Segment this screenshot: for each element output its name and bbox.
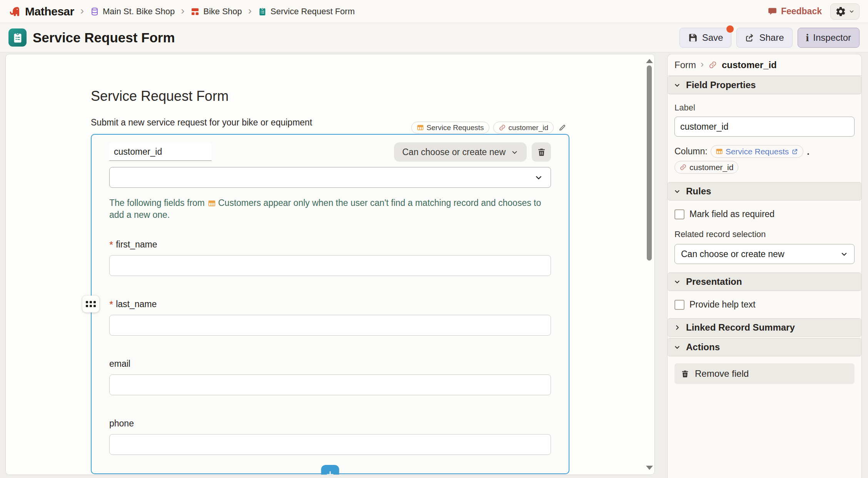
section-header-rules[interactable]: Rules <box>668 182 861 201</box>
section-header-presentation[interactable]: Presentation <box>668 272 861 291</box>
chevron-down-icon <box>849 8 855 14</box>
link-icon <box>708 60 717 69</box>
scrollbar-thumb[interactable] <box>647 65 652 261</box>
remove-field-label: Remove field <box>695 368 749 379</box>
unsaved-changes-badge <box>726 25 734 33</box>
chevron-down-icon <box>840 250 848 258</box>
form-icon <box>258 7 267 16</box>
chevron-down-icon <box>674 82 681 89</box>
field-drag-handle[interactable] <box>82 296 99 313</box>
inspector-toggle-button[interactable]: i Inspector <box>798 28 860 48</box>
breadcrumb-label: Bike Shop <box>203 7 242 17</box>
section-header-actions[interactable]: Actions <box>668 338 861 356</box>
form-preview-title: Service Request Form <box>91 88 569 104</box>
feedback-button[interactable]: Feedback <box>768 6 822 17</box>
table-tag-label: Service Requests <box>427 124 484 132</box>
column-tag-label: customer_id <box>509 124 549 132</box>
form-preview-column: Service Request Form Submit a new servic… <box>91 54 569 474</box>
required-asterisk: * <box>109 240 113 250</box>
column-caption: Column: <box>674 146 708 157</box>
field-label-property-input[interactable] <box>674 117 855 137</box>
inspector-label: Inspector <box>813 32 851 43</box>
external-link-icon <box>791 148 798 155</box>
header-actions: Save Share i Inspector <box>679 28 860 48</box>
label-caption: Label <box>674 103 855 113</box>
breadcrumb-separator: › <box>80 5 84 16</box>
breadcrumb-label: Service Request Form <box>270 7 355 17</box>
column-field-pill: customer_id <box>674 161 738 174</box>
inspector-panel: Form › customer_id Field Properties Labe… <box>667 54 862 478</box>
subfield-input[interactable] <box>109 255 551 276</box>
mode-dropdown-label: Can choose or create new <box>402 147 506 157</box>
inspector-breadcrumb-field: customer_id <box>722 60 777 70</box>
related-record-selection-dropdown[interactable]: Can choose or create new <box>674 244 855 264</box>
subfield-label: * first_name <box>109 239 551 250</box>
link-icon <box>679 164 687 171</box>
logo-wordmark: Mathesar <box>25 5 74 18</box>
form-tile-icon <box>8 28 27 47</box>
record-selection-mode-dropdown[interactable]: Can choose or create new <box>394 142 527 162</box>
field-properties-body: Label Column: Service Requests <box>668 94 861 182</box>
section-header-field-properties[interactable]: Field Properties <box>668 76 861 94</box>
column-tag: customer_id <box>493 122 554 134</box>
page-title: Service Request Form <box>33 30 175 45</box>
section-header-linked-record-summary[interactable]: Linked Record Summary <box>668 318 861 337</box>
remove-field-button[interactable]: Remove field <box>674 363 855 384</box>
record-picker-select[interactable] <box>109 167 551 188</box>
column-reference-row: Column: Service Requests <box>674 145 855 174</box>
table-tag: Service Requests <box>411 122 489 134</box>
add-field-button[interactable]: + <box>321 465 339 475</box>
conditional-fields-info: The following fields from Customers appe… <box>109 197 551 221</box>
breadcrumb-separator: › <box>248 5 252 16</box>
feedback-label: Feedback <box>781 6 822 17</box>
field-label-input[interactable] <box>109 143 212 161</box>
trash-icon <box>681 369 689 378</box>
mark-required-checkbox-row[interactable]: Mark field as required <box>674 209 855 219</box>
share-icon <box>745 33 755 43</box>
breadcrumb-form[interactable]: Service Request Form <box>258 7 355 17</box>
presentation-body: Provide help text <box>668 291 861 318</box>
inspector-breadcrumb: Form › customer_id <box>668 54 861 76</box>
settings-menu-button[interactable] <box>830 3 860 20</box>
speech-bubble-icon <box>768 7 777 16</box>
info-icon: i <box>806 32 809 43</box>
top-navigation-bar: Mathesar › Main St. Bike Shop › <box>0 0 868 23</box>
selected-field-block[interactable]: Service Requests customer_id <box>91 134 569 474</box>
save-label: Save <box>702 32 723 43</box>
page-header: Service Request Form Save <box>0 23 868 52</box>
subfield-group: * last_name <box>109 299 551 336</box>
chevron-right-icon <box>674 324 681 331</box>
subfield-group: * email <box>109 359 551 395</box>
related-record-selection-caption: Related record selection <box>674 229 855 239</box>
subfield-input[interactable] <box>109 434 551 455</box>
form-builder-canvas: Service Request Form Submit a new servic… <box>5 54 655 475</box>
breadcrumb-separator: › <box>181 5 184 16</box>
mathesar-logo[interactable]: Mathesar <box>8 5 74 18</box>
breadcrumb-schema[interactable]: Bike Shop <box>190 7 242 17</box>
gear-icon <box>835 6 846 17</box>
info-table-name: Customers <box>218 198 261 208</box>
chevron-down-icon <box>534 173 543 182</box>
breadcrumb-database[interactable]: Main St. Bike Shop <box>90 7 175 17</box>
inspector-breadcrumb-root[interactable]: Form <box>674 60 696 70</box>
mark-required-label: Mark field as required <box>689 209 775 219</box>
topbar-right-group: Feedback <box>768 3 860 20</box>
chevron-down-icon <box>511 149 518 156</box>
field-config-controls: Can choose or create new <box>394 142 551 162</box>
scroll-down-arrow[interactable] <box>646 466 653 470</box>
delete-field-button[interactable] <box>532 142 551 162</box>
edit-pencil-icon[interactable] <box>558 124 566 132</box>
subfield-input[interactable] <box>109 315 551 336</box>
provide-help-text-checkbox-row[interactable]: Provide help text <box>674 299 855 310</box>
save-button[interactable]: Save <box>679 28 732 48</box>
column-table-link[interactable]: Service Requests <box>711 145 804 158</box>
rules-body: Mark field as required Related record se… <box>668 201 861 272</box>
subfield-input[interactable] <box>109 374 551 395</box>
share-button[interactable]: Share <box>736 28 792 48</box>
subfield-label: * last_name <box>109 299 551 309</box>
chevron-down-icon <box>674 188 681 195</box>
checkbox-unchecked[interactable] <box>674 300 684 310</box>
scroll-up-arrow[interactable] <box>646 59 653 63</box>
checkbox-unchecked[interactable] <box>674 209 684 219</box>
share-label: Share <box>759 32 784 43</box>
